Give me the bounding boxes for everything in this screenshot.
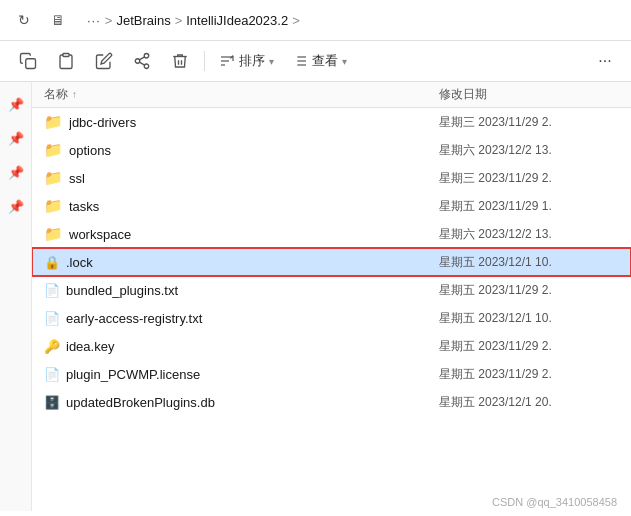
svg-line-6 bbox=[139, 57, 144, 60]
computer-icon[interactable]: 🖥 bbox=[44, 6, 72, 34]
file-row[interactable]: 📁tasks星期五 2023/11/29 1. bbox=[32, 192, 631, 220]
file-row[interactable]: 📁ssl星期三 2023/11/29 2. bbox=[32, 164, 631, 192]
column-headers: 名称 ↑ 修改日期 bbox=[32, 82, 631, 108]
toolbar-sep-1 bbox=[204, 51, 205, 71]
refresh-button[interactable]: ↻ bbox=[10, 6, 38, 34]
file-date: 星期六 2023/12/2 13. bbox=[439, 226, 619, 243]
file-name: .lock bbox=[66, 255, 439, 270]
paste-button[interactable] bbox=[48, 45, 84, 77]
file-area: 📌 📌 📌 📌 名称 ↑ 修改日期 📁jdbc-drivers星期三 2023/… bbox=[0, 82, 631, 511]
file-date: 星期五 2023/11/29 1. bbox=[439, 198, 619, 215]
file-date: 星期五 2023/12/1 10. bbox=[439, 310, 619, 327]
breadcrumb-sep-2: > bbox=[175, 13, 183, 28]
svg-rect-0 bbox=[26, 59, 36, 69]
watermark: CSDN @qq_3410058458 bbox=[492, 496, 617, 508]
col-name-header[interactable]: 名称 ↑ bbox=[44, 86, 439, 103]
file-row[interactable]: 📁options星期六 2023/12/2 13. bbox=[32, 136, 631, 164]
file-name: ssl bbox=[69, 171, 439, 186]
breadcrumb[interactable]: ··· > JetBrains > IntelliJIdea2023.2 > bbox=[78, 9, 621, 32]
address-bar: ↻ 🖥 ··· > JetBrains > IntelliJIdea2023.2… bbox=[0, 0, 631, 41]
breadcrumb-dots[interactable]: ··· bbox=[87, 13, 101, 28]
breadcrumb-sep-1: > bbox=[105, 13, 113, 28]
file-date: 星期五 2023/12/1 10. bbox=[439, 254, 619, 271]
sort-chevron: ▾ bbox=[269, 56, 274, 67]
left-nav: 📌 📌 📌 📌 bbox=[0, 82, 32, 511]
nav-pin-1[interactable]: 📌 bbox=[4, 92, 28, 116]
file-date: 星期五 2023/12/1 20. bbox=[439, 394, 619, 411]
col-sort-arrow: ↑ bbox=[72, 89, 77, 100]
nav-pin-4[interactable]: 📌 bbox=[4, 194, 28, 218]
lock-file-icon: 🔒 bbox=[44, 255, 60, 270]
sort-label: 排序 bbox=[239, 52, 265, 70]
file-date: 星期五 2023/11/29 2. bbox=[439, 366, 619, 383]
file-date: 星期三 2023/11/29 2. bbox=[439, 114, 619, 131]
file-name: idea.key bbox=[66, 339, 439, 354]
folder-icon: 📁 bbox=[44, 141, 63, 159]
col-date-label: 修改日期 bbox=[439, 87, 487, 101]
col-name-label: 名称 bbox=[44, 86, 68, 103]
file-row[interactable]: 📁jdbc-drivers星期三 2023/11/29 2. bbox=[32, 108, 631, 136]
toolbar: 排序 ▾ 查看 ▾ ··· bbox=[0, 41, 631, 82]
svg-point-4 bbox=[144, 64, 149, 69]
col-date-header[interactable]: 修改日期 bbox=[439, 86, 619, 103]
folder-icon: 📁 bbox=[44, 113, 63, 131]
file-name: early-access-registry.txt bbox=[66, 311, 439, 326]
file-date: 星期三 2023/11/29 2. bbox=[439, 170, 619, 187]
file-name: bundled_plugins.txt bbox=[66, 283, 439, 298]
copy-button[interactable] bbox=[10, 45, 46, 77]
svg-point-2 bbox=[144, 54, 149, 59]
file-row[interactable]: 📄early-access-registry.txt星期五 2023/12/1 … bbox=[32, 304, 631, 332]
folder-icon: 📁 bbox=[44, 197, 63, 215]
file-name: tasks bbox=[69, 199, 439, 214]
delete-button[interactable] bbox=[162, 45, 198, 77]
view-chevron: ▾ bbox=[342, 56, 347, 67]
file-name: options bbox=[69, 143, 439, 158]
file-rows-container: 📁jdbc-drivers星期三 2023/11/29 2.📁options星期… bbox=[32, 108, 631, 416]
view-button[interactable]: 查看 ▾ bbox=[284, 48, 355, 74]
sort-button[interactable]: 排序 ▾ bbox=[211, 48, 282, 74]
rename-button[interactable] bbox=[86, 45, 122, 77]
file-row[interactable]: 📄plugin_PCWMP.license星期五 2023/11/29 2. bbox=[32, 360, 631, 388]
svg-line-5 bbox=[139, 62, 144, 65]
file-row[interactable]: 📁workspace星期六 2023/12/2 13. bbox=[32, 220, 631, 248]
breadcrumb-idea[interactable]: IntelliJIdea2023.2 bbox=[186, 13, 288, 28]
file-name: workspace bbox=[69, 227, 439, 242]
svg-rect-1 bbox=[63, 54, 69, 57]
file-row[interactable]: 🔑idea.key星期五 2023/11/29 2. bbox=[32, 332, 631, 360]
share-button[interactable] bbox=[124, 45, 160, 77]
svg-point-3 bbox=[135, 59, 140, 64]
file-row[interactable]: 📄bundled_plugins.txt星期五 2023/11/29 2. bbox=[32, 276, 631, 304]
file-date: 星期六 2023/12/2 13. bbox=[439, 142, 619, 159]
db-file-icon: 🗄️ bbox=[44, 395, 60, 410]
file-row[interactable]: 🔒.lock星期五 2023/12/1 10. bbox=[32, 248, 631, 276]
txt-file-icon: 📄 bbox=[44, 283, 60, 298]
txt-file-icon: 📄 bbox=[44, 311, 60, 326]
file-date: 星期五 2023/11/29 2. bbox=[439, 338, 619, 355]
file-name: plugin_PCWMP.license bbox=[66, 367, 439, 382]
nav-pin-2[interactable]: 📌 bbox=[4, 126, 28, 150]
nav-pin-3[interactable]: 📌 bbox=[4, 160, 28, 184]
file-name: jdbc-drivers bbox=[69, 115, 439, 130]
breadcrumb-sep-3: > bbox=[292, 13, 300, 28]
more-button[interactable]: ··· bbox=[589, 45, 621, 77]
file-list: 名称 ↑ 修改日期 📁jdbc-drivers星期三 2023/11/29 2.… bbox=[32, 82, 631, 511]
file-name: updatedBrokenPlugins.db bbox=[66, 395, 439, 410]
file-date: 星期五 2023/11/29 2. bbox=[439, 282, 619, 299]
file-row[interactable]: 🗄️updatedBrokenPlugins.db星期五 2023/12/1 2… bbox=[32, 388, 631, 416]
license-file-icon: 📄 bbox=[44, 367, 60, 382]
folder-icon: 📁 bbox=[44, 169, 63, 187]
folder-icon: 📁 bbox=[44, 225, 63, 243]
view-label: 查看 bbox=[312, 52, 338, 70]
key-file-icon: 🔑 bbox=[44, 339, 60, 354]
breadcrumb-jetbrains[interactable]: JetBrains bbox=[116, 13, 170, 28]
